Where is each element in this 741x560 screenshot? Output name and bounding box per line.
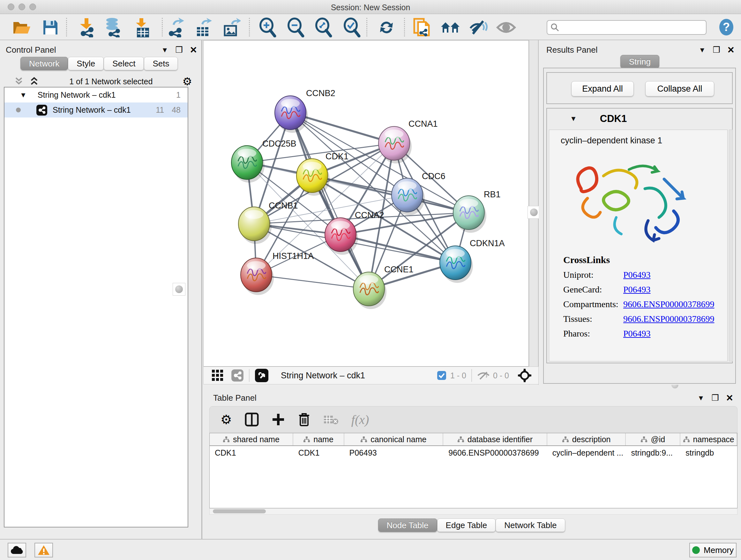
crosslink-label: Tissues: [563, 314, 623, 324]
column-header-databaseidentifier[interactable]: database identifier [443, 433, 547, 445]
birdseye-grid-icon[interactable] [211, 369, 224, 382]
crosslink-link[interactable]: 9606.ENSP00000378699 [623, 299, 714, 309]
table-cell[interactable]: stringdb [680, 446, 737, 459]
show-columns-icon[interactable] [245, 413, 259, 427]
column-header-id[interactable]: @id [626, 433, 680, 445]
tab-node-table[interactable]: Node Table [378, 518, 437, 532]
table-row[interactable]: CDK1CDK1P064939606.ENSP00000378699cyclin… [210, 446, 737, 459]
horizontal-splitter[interactable] [202, 385, 741, 389]
protein-node-RB1[interactable]: RB1 [453, 190, 501, 233]
protein-entry-header[interactable]: ▼ CDK1 [547, 109, 732, 129]
protein-node-CDC6[interactable]: CDC6 [392, 172, 446, 215]
tab-edge-table[interactable]: Edge Table [437, 518, 496, 532]
crosslink-link[interactable]: 9606.ENSP00000378699 [623, 314, 714, 324]
warnings-button[interactable] [35, 543, 53, 557]
clone-network-icon[interactable] [412, 17, 432, 38]
network-options-gear-icon[interactable]: ⚙ [183, 75, 192, 88]
tab-network[interactable]: Network [20, 57, 68, 70]
table-cell[interactable]: cyclin–dependent ... [547, 446, 626, 459]
panel-menu-icon[interactable]: ▼ [161, 46, 168, 54]
delete-column-icon[interactable] [298, 412, 311, 427]
crosslink-link[interactable]: P06493 [623, 285, 651, 295]
column-header-name[interactable]: name [293, 433, 344, 445]
panel-close-icon[interactable]: ✕ [190, 45, 197, 55]
status-bar: Memory [0, 539, 741, 560]
network-row[interactable]: String Network – cdk1 11 48 [4, 103, 188, 118]
table-scrollbar[interactable] [209, 508, 738, 515]
crosslink-link[interactable]: P06493 [623, 270, 651, 280]
tab-style[interactable]: Style [68, 57, 104, 70]
help-icon[interactable]: ? [718, 18, 735, 36]
panel-close-icon[interactable]: ✕ [727, 45, 735, 55]
save-icon[interactable] [40, 17, 61, 38]
table-cell[interactable]: P06493 [344, 446, 444, 459]
vertical-splitter[interactable] [529, 40, 539, 385]
export-table-icon[interactable] [192, 17, 213, 38]
collapse-all-tree-icon[interactable] [13, 77, 24, 86]
import-database-icon[interactable] [103, 17, 123, 38]
zoom-out-icon[interactable] [285, 17, 306, 38]
function-builder-icon[interactable]: f(x) [351, 412, 369, 427]
crosslink-link[interactable]: P06493 [623, 328, 651, 339]
add-column-icon[interactable] [272, 413, 285, 426]
tab-network-table[interactable]: Network Table [495, 518, 565, 532]
splitter-grip[interactable] [528, 206, 540, 219]
collapse-all-button[interactable]: Collapse All [645, 81, 714, 97]
cloud-button[interactable] [8, 543, 26, 557]
table-cell[interactable]: 9606.ENSP00000378699 [443, 446, 547, 459]
search-input[interactable] [559, 23, 697, 32]
scrollbar-thumb[interactable] [213, 509, 266, 513]
delete-table-icon[interactable] [323, 414, 339, 425]
column-header-description[interactable]: description [547, 433, 626, 445]
panel-menu-icon[interactable]: ▼ [698, 46, 705, 54]
protein-node-CCNA1[interactable]: CCNA1 [379, 119, 438, 164]
collection-expand-icon[interactable]: ▼ [20, 91, 27, 99]
open-in-window-icon[interactable] [255, 368, 269, 382]
table-options-gear-icon[interactable]: ⚙ [220, 412, 232, 427]
protein-node-CDKN1A[interactable]: CDKN1A [440, 239, 505, 283]
network-tree: ▼ String Network – cdk1 1 String Network… [4, 87, 188, 527]
tab-select[interactable]: Select [104, 57, 144, 70]
network-collection-row[interactable]: ▼ String Network – cdk1 1 [4, 87, 188, 103]
entry-collapse-icon[interactable]: ▼ [570, 115, 577, 123]
table-cell[interactable]: stringdb:9... [626, 446, 680, 459]
fit-selected-crosshair-icon[interactable] [517, 368, 532, 383]
column-header-namespace[interactable]: namespace [680, 433, 737, 445]
zoom-in-icon[interactable] [257, 17, 278, 38]
selected-checkbox-icon[interactable] [437, 371, 447, 380]
open-folder-icon[interactable] [11, 17, 32, 38]
import-table-icon[interactable] [132, 17, 152, 38]
network-canvas[interactable]: CCNB2CCNA1CDC25BCDK1CDC6RB1CCNB1CCNA2CDK… [203, 40, 529, 367]
table-cell[interactable]: CDK1 [210, 446, 293, 459]
zoom-selected-icon[interactable] [341, 17, 362, 38]
export-network-icon[interactable] [165, 17, 185, 38]
table-cell[interactable]: CDK1 [293, 446, 344, 459]
protein-node-CCNE1[interactable]: CCNE1 [353, 265, 414, 309]
memory-button[interactable]: Memory [689, 543, 737, 557]
column-header-sharedname[interactable]: shared name [210, 433, 293, 445]
panel-close-icon[interactable]: ✕ [726, 393, 733, 403]
node-table[interactable]: shared namenamecanonical namedatabase id… [209, 433, 738, 508]
panel-float-icon[interactable]: ❒ [713, 45, 720, 55]
refresh-icon[interactable] [376, 17, 397, 38]
import-network-icon[interactable] [76, 17, 97, 38]
panel-resize-grip[interactable] [173, 283, 185, 296]
protein-node-HIST1H1A[interactable]: HIST1H1A [241, 251, 314, 295]
panel-float-icon[interactable]: ❒ [711, 393, 719, 403]
export-image-icon[interactable] [221, 17, 241, 38]
home-icon[interactable] [440, 17, 461, 38]
expand-all-tree-icon[interactable] [29, 77, 40, 86]
tab-sets[interactable]: Sets [144, 57, 178, 70]
string-network-graph[interactable]: CCNB2CCNA1CDC25BCDK1CDC6RB1CCNB1CCNA2CDK… [204, 41, 529, 366]
panel-float-icon[interactable]: ❒ [175, 45, 183, 55]
show-eye-icon[interactable] [496, 17, 516, 38]
search-box[interactable] [547, 20, 706, 35]
zoom-fit-icon[interactable] [313, 17, 333, 38]
control-panel: Control Panel ▼ ❒ ✕ NetworkStyleSelectSe… [0, 40, 202, 539]
tab-string[interactable]: String [620, 55, 659, 68]
column-header-canonicalname[interactable]: canonical name [344, 433, 444, 445]
expand-all-button[interactable]: Expand All [571, 81, 634, 97]
results-scrollbar[interactable] [729, 130, 733, 361]
panel-menu-icon[interactable]: ▼ [697, 394, 704, 402]
hide-selected-icon[interactable] [468, 17, 488, 38]
